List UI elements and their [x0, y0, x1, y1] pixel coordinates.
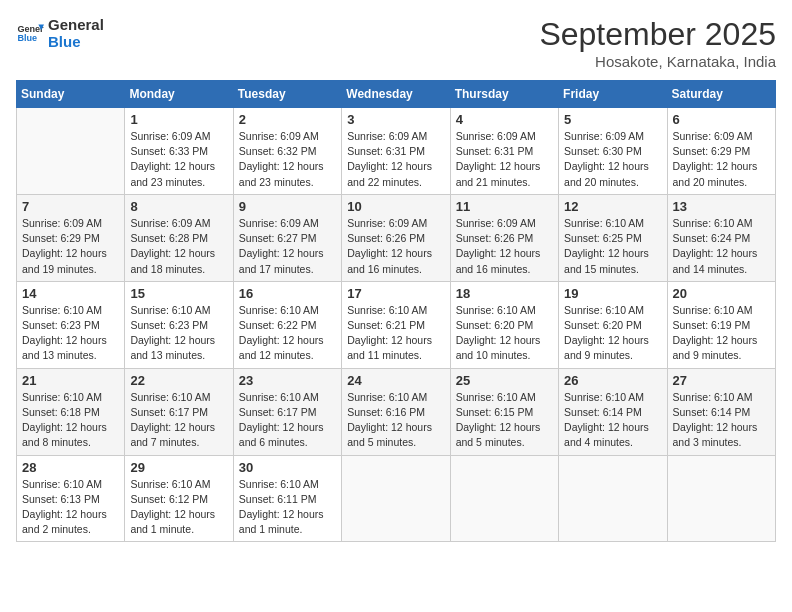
header-day-saturday: Saturday: [667, 81, 775, 108]
week-row-2: 7Sunrise: 6:09 AM Sunset: 6:29 PM Daylig…: [17, 194, 776, 281]
day-info: Sunrise: 6:10 AM Sunset: 6:17 PM Dayligh…: [130, 390, 227, 451]
day-cell: 2Sunrise: 6:09 AM Sunset: 6:32 PM Daylig…: [233, 108, 341, 195]
svg-text:Blue: Blue: [17, 34, 37, 44]
day-number: 26: [564, 373, 661, 388]
day-cell: [559, 455, 667, 542]
header-day-tuesday: Tuesday: [233, 81, 341, 108]
header-day-friday: Friday: [559, 81, 667, 108]
day-cell: 8Sunrise: 6:09 AM Sunset: 6:28 PM Daylig…: [125, 194, 233, 281]
header-day-thursday: Thursday: [450, 81, 558, 108]
day-info: Sunrise: 6:09 AM Sunset: 6:28 PM Dayligh…: [130, 216, 227, 277]
day-cell: [342, 455, 450, 542]
day-number: 18: [456, 286, 553, 301]
day-info: Sunrise: 6:10 AM Sunset: 6:22 PM Dayligh…: [239, 303, 336, 364]
day-cell: [667, 455, 775, 542]
header-day-monday: Monday: [125, 81, 233, 108]
day-number: 22: [130, 373, 227, 388]
day-cell: 4Sunrise: 6:09 AM Sunset: 6:31 PM Daylig…: [450, 108, 558, 195]
day-info: Sunrise: 6:10 AM Sunset: 6:11 PM Dayligh…: [239, 477, 336, 538]
day-number: 27: [673, 373, 770, 388]
week-row-5: 28Sunrise: 6:10 AM Sunset: 6:13 PM Dayli…: [17, 455, 776, 542]
day-cell: 25Sunrise: 6:10 AM Sunset: 6:15 PM Dayli…: [450, 368, 558, 455]
day-number: 24: [347, 373, 444, 388]
day-cell: 17Sunrise: 6:10 AM Sunset: 6:21 PM Dayli…: [342, 281, 450, 368]
day-cell: 27Sunrise: 6:10 AM Sunset: 6:14 PM Dayli…: [667, 368, 775, 455]
day-cell: 12Sunrise: 6:10 AM Sunset: 6:25 PM Dayli…: [559, 194, 667, 281]
day-info: Sunrise: 6:10 AM Sunset: 6:13 PM Dayligh…: [22, 477, 119, 538]
day-number: 30: [239, 460, 336, 475]
day-cell: 13Sunrise: 6:10 AM Sunset: 6:24 PM Dayli…: [667, 194, 775, 281]
day-cell: 26Sunrise: 6:10 AM Sunset: 6:14 PM Dayli…: [559, 368, 667, 455]
day-cell: 30Sunrise: 6:10 AM Sunset: 6:11 PM Dayli…: [233, 455, 341, 542]
day-number: 13: [673, 199, 770, 214]
day-number: 16: [239, 286, 336, 301]
day-cell: 19Sunrise: 6:10 AM Sunset: 6:20 PM Dayli…: [559, 281, 667, 368]
day-info: Sunrise: 6:10 AM Sunset: 6:24 PM Dayligh…: [673, 216, 770, 277]
day-cell: 11Sunrise: 6:09 AM Sunset: 6:26 PM Dayli…: [450, 194, 558, 281]
day-number: 7: [22, 199, 119, 214]
day-number: 1: [130, 112, 227, 127]
calendar-body: 1Sunrise: 6:09 AM Sunset: 6:33 PM Daylig…: [17, 108, 776, 542]
day-number: 29: [130, 460, 227, 475]
day-info: Sunrise: 6:09 AM Sunset: 6:29 PM Dayligh…: [22, 216, 119, 277]
day-cell: [17, 108, 125, 195]
day-number: 21: [22, 373, 119, 388]
day-number: 23: [239, 373, 336, 388]
day-cell: 14Sunrise: 6:10 AM Sunset: 6:23 PM Dayli…: [17, 281, 125, 368]
calendar-header: SundayMondayTuesdayWednesdayThursdayFrid…: [17, 81, 776, 108]
day-cell: 5Sunrise: 6:09 AM Sunset: 6:30 PM Daylig…: [559, 108, 667, 195]
day-info: Sunrise: 6:09 AM Sunset: 6:27 PM Dayligh…: [239, 216, 336, 277]
day-number: 10: [347, 199, 444, 214]
day-info: Sunrise: 6:10 AM Sunset: 6:20 PM Dayligh…: [564, 303, 661, 364]
logo: General Blue General Blue: [16, 16, 104, 51]
day-number: 19: [564, 286, 661, 301]
day-cell: 21Sunrise: 6:10 AM Sunset: 6:18 PM Dayli…: [17, 368, 125, 455]
day-cell: 23Sunrise: 6:10 AM Sunset: 6:17 PM Dayli…: [233, 368, 341, 455]
day-cell: 15Sunrise: 6:10 AM Sunset: 6:23 PM Dayli…: [125, 281, 233, 368]
day-cell: 28Sunrise: 6:10 AM Sunset: 6:13 PM Dayli…: [17, 455, 125, 542]
day-cell: 22Sunrise: 6:10 AM Sunset: 6:17 PM Dayli…: [125, 368, 233, 455]
day-info: Sunrise: 6:10 AM Sunset: 6:25 PM Dayligh…: [564, 216, 661, 277]
logo-line1: General: [48, 16, 104, 33]
header-day-sunday: Sunday: [17, 81, 125, 108]
day-number: 15: [130, 286, 227, 301]
day-number: 25: [456, 373, 553, 388]
page-header: General Blue General Blue September 2025…: [16, 16, 776, 70]
day-info: Sunrise: 6:09 AM Sunset: 6:31 PM Dayligh…: [456, 129, 553, 190]
day-info: Sunrise: 6:09 AM Sunset: 6:33 PM Dayligh…: [130, 129, 227, 190]
day-info: Sunrise: 6:09 AM Sunset: 6:32 PM Dayligh…: [239, 129, 336, 190]
day-cell: 3Sunrise: 6:09 AM Sunset: 6:31 PM Daylig…: [342, 108, 450, 195]
day-cell: 24Sunrise: 6:10 AM Sunset: 6:16 PM Dayli…: [342, 368, 450, 455]
day-number: 4: [456, 112, 553, 127]
logo-icon: General Blue: [16, 19, 44, 47]
day-cell: 20Sunrise: 6:10 AM Sunset: 6:19 PM Dayli…: [667, 281, 775, 368]
day-info: Sunrise: 6:09 AM Sunset: 6:26 PM Dayligh…: [347, 216, 444, 277]
day-number: 2: [239, 112, 336, 127]
day-cell: 16Sunrise: 6:10 AM Sunset: 6:22 PM Dayli…: [233, 281, 341, 368]
day-info: Sunrise: 6:10 AM Sunset: 6:23 PM Dayligh…: [22, 303, 119, 364]
day-number: 14: [22, 286, 119, 301]
day-info: Sunrise: 6:10 AM Sunset: 6:16 PM Dayligh…: [347, 390, 444, 451]
day-info: Sunrise: 6:10 AM Sunset: 6:21 PM Dayligh…: [347, 303, 444, 364]
week-row-1: 1Sunrise: 6:09 AM Sunset: 6:33 PM Daylig…: [17, 108, 776, 195]
day-info: Sunrise: 6:09 AM Sunset: 6:26 PM Dayligh…: [456, 216, 553, 277]
location-subtitle: Hosakote, Karnataka, India: [539, 53, 776, 70]
day-number: 5: [564, 112, 661, 127]
header-day-wednesday: Wednesday: [342, 81, 450, 108]
day-info: Sunrise: 6:10 AM Sunset: 6:15 PM Dayligh…: [456, 390, 553, 451]
day-cell: 10Sunrise: 6:09 AM Sunset: 6:26 PM Dayli…: [342, 194, 450, 281]
day-info: Sunrise: 6:10 AM Sunset: 6:19 PM Dayligh…: [673, 303, 770, 364]
day-info: Sunrise: 6:10 AM Sunset: 6:17 PM Dayligh…: [239, 390, 336, 451]
day-cell: 6Sunrise: 6:09 AM Sunset: 6:29 PM Daylig…: [667, 108, 775, 195]
day-number: 28: [22, 460, 119, 475]
day-cell: [450, 455, 558, 542]
logo-line2: Blue: [48, 33, 104, 50]
day-cell: 7Sunrise: 6:09 AM Sunset: 6:29 PM Daylig…: [17, 194, 125, 281]
day-cell: 9Sunrise: 6:09 AM Sunset: 6:27 PM Daylig…: [233, 194, 341, 281]
day-info: Sunrise: 6:10 AM Sunset: 6:14 PM Dayligh…: [673, 390, 770, 451]
day-cell: 1Sunrise: 6:09 AM Sunset: 6:33 PM Daylig…: [125, 108, 233, 195]
day-info: Sunrise: 6:10 AM Sunset: 6:12 PM Dayligh…: [130, 477, 227, 538]
title-block: September 2025 Hosakote, Karnataka, Indi…: [539, 16, 776, 70]
header-row: SundayMondayTuesdayWednesdayThursdayFrid…: [17, 81, 776, 108]
day-number: 20: [673, 286, 770, 301]
